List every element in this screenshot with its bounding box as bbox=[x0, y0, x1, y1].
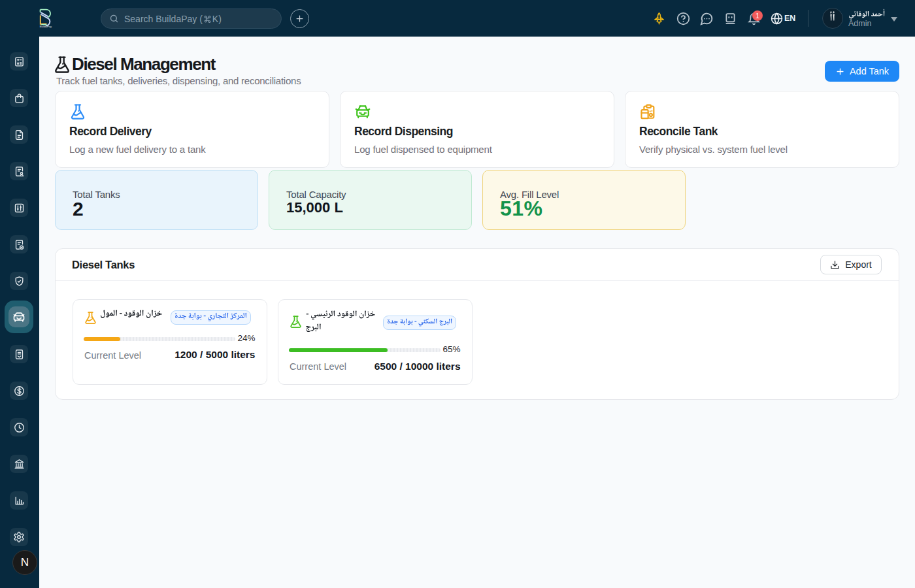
svg-text:BuildaPay: BuildaPay bbox=[40, 25, 52, 27]
